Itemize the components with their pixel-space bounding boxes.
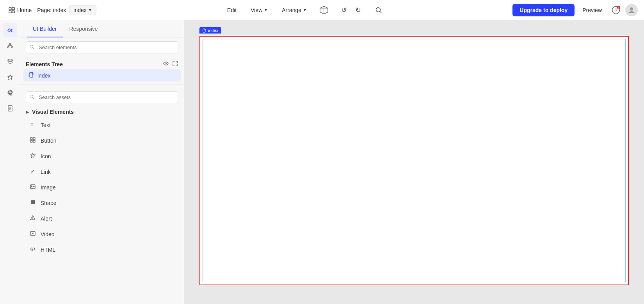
svg-point-32 — [164, 62, 168, 65]
svg-rect-34 — [30, 72, 33, 77]
topbar-center: Edit View ▼ Arrange ▼ ↺ ↻ — [101, 4, 508, 16]
left-panel: UI Builder Responsive Elements Tree — [20, 20, 184, 304]
alert-label: Alert — [41, 216, 52, 222]
svg-point-45 — [31, 186, 32, 186]
element-item-video[interactable]: Video — [23, 226, 181, 242]
svg-text:?: ? — [615, 7, 617, 13]
svg-rect-18 — [7, 47, 9, 48]
view-chevron-icon: ▼ — [264, 8, 268, 12]
svg-rect-40 — [30, 140, 32, 142]
search-assets-input[interactable] — [26, 91, 178, 103]
svg-rect-17 — [9, 43, 11, 44]
view-button[interactable]: View ▼ — [247, 5, 271, 15]
search-elements-input[interactable] — [26, 41, 178, 53]
element-item-html[interactable]: HTML — [23, 242, 181, 258]
topbar-right: Upgrade to deploy Preview ? 1 — [512, 4, 638, 16]
image-icon — [29, 184, 37, 191]
tree-item-index[interactable]: index — [23, 69, 181, 81]
upgrade-button[interactable]: Upgrade to deploy — [512, 4, 575, 16]
element-item-image[interactable]: Image — [23, 180, 181, 195]
panel-divider — [20, 85, 184, 85]
svg-line-31 — [33, 48, 34, 49]
video-label: Video — [41, 231, 55, 237]
svg-line-52 — [32, 247, 33, 251]
user-avatar[interactable] — [625, 4, 638, 16]
svg-marker-42 — [30, 153, 35, 158]
chevron-down-icon: ▼ — [88, 8, 92, 12]
search-assets-icon — [29, 94, 34, 101]
search-button[interactable] — [372, 4, 385, 16]
visual-elements-header[interactable]: ▶ Visual Elements — [20, 106, 184, 117]
svg-rect-39 — [33, 138, 35, 140]
element-item-text[interactable]: TText — [23, 117, 181, 133]
undo-button[interactable]: ↺ — [338, 4, 350, 16]
element-item-link[interactable]: Link — [23, 164, 181, 180]
canvas-area: index — [184, 20, 644, 304]
home-button[interactable]: Home — [6, 5, 34, 15]
sidebar-item-plugins[interactable] — [3, 70, 17, 84]
sidebar-item-settings[interactable] — [3, 86, 17, 100]
tree-item-label: index — [37, 72, 50, 79]
main-layout: UI Builder Responsive Elements Tree — [0, 20, 644, 304]
shape-icon — [29, 199, 37, 207]
svg-rect-0 — [9, 7, 11, 10]
html-icon — [29, 246, 37, 254]
sidebar-item-database[interactable] — [3, 55, 17, 69]
button-icon — [29, 137, 37, 145]
panel-tabs: UI Builder Responsive — [20, 20, 184, 37]
text-icon: T — [29, 121, 37, 129]
expand-icon[interactable] — [172, 60, 178, 68]
svg-rect-38 — [30, 138, 32, 140]
svg-point-24 — [8, 59, 12, 61]
svg-line-8 — [380, 11, 381, 13]
help-button[interactable]: ? 1 — [610, 4, 622, 16]
element-item-icon[interactable]: Icon — [23, 148, 181, 164]
svg-point-49 — [32, 219, 33, 220]
svg-rect-2 — [9, 11, 11, 13]
elements-tree-header: Elements Tree — [20, 57, 184, 69]
element-item-shape[interactable]: Shape — [23, 195, 181, 211]
page-file-icon — [29, 72, 34, 79]
html-label: HTML — [41, 247, 55, 253]
page-label: Page: index — [37, 7, 66, 13]
canvas-frame-wrapper: index — [199, 36, 629, 285]
shape-label: Shape — [41, 200, 56, 206]
section-collapse-icon: ▶ — [26, 110, 29, 114]
svg-text:T: T — [30, 122, 34, 127]
3d-cube-icon[interactable] — [318, 4, 330, 16]
link-label: Link — [41, 169, 51, 175]
elements-tree-title: Elements Tree — [26, 61, 63, 67]
svg-point-25 — [9, 92, 11, 94]
link-icon — [29, 168, 37, 176]
canvas-scroll[interactable]: index — [184, 20, 644, 304]
sidebar-item-ui-builder[interactable] — [3, 23, 17, 37]
icon-icon — [29, 152, 37, 160]
eye-icon[interactable] — [163, 60, 169, 68]
sidebar-item-pages[interactable] — [3, 101, 17, 115]
video-icon — [29, 230, 37, 238]
svg-rect-46 — [31, 200, 35, 204]
canvas-label: index — [199, 27, 221, 34]
tab-responsive[interactable]: Responsive — [63, 20, 104, 37]
tab-ui-builder[interactable]: UI Builder — [27, 20, 63, 37]
image-label: Image — [41, 184, 56, 191]
svg-line-36 — [33, 97, 34, 99]
element-item-button[interactable]: Button — [23, 133, 181, 148]
preview-button[interactable]: Preview — [578, 5, 607, 16]
topbar-left: Home Page: index index ▼ — [6, 5, 96, 15]
element-item-alert[interactable]: Alert — [23, 211, 181, 226]
grid-icon — [9, 7, 15, 13]
edit-button[interactable]: Edit — [224, 5, 240, 15]
button-label: Button — [41, 138, 56, 144]
visual-elements-title: Visual Elements — [32, 109, 74, 115]
alert-icon — [29, 215, 37, 223]
elements-list: TTextButtonIconLinkImageShapeAlertVideoH… — [20, 117, 184, 258]
sidebar-item-hierarchy[interactable] — [3, 39, 17, 53]
arrange-button[interactable]: Arrange ▼ — [279, 5, 310, 15]
page-dropdown[interactable]: index ▼ — [69, 5, 96, 15]
search-elements-icon — [29, 44, 34, 51]
canvas-frame[interactable] — [199, 36, 629, 285]
svg-rect-3 — [12, 11, 14, 13]
undo-redo-group: ↺ ↻ — [338, 4, 365, 16]
redo-button[interactable]: ↻ — [352, 4, 365, 16]
